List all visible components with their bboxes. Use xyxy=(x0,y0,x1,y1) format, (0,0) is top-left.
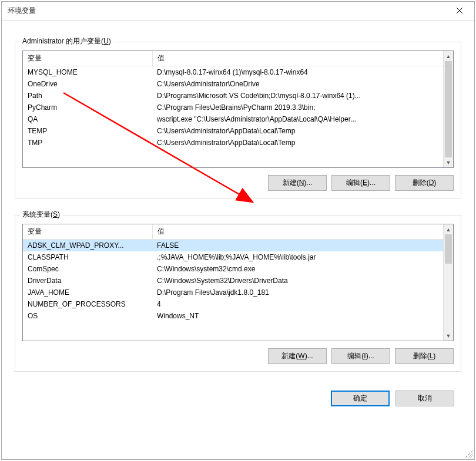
dialog-content: Administrator 的用户变量(U) 变量 值 MYSQL_HOMED:… xyxy=(2,21,474,379)
system-vars-buttons: 新建(W)... 编辑(I)... 删除(L) xyxy=(22,348,454,364)
scroll-down-icon[interactable]: ▼ xyxy=(444,331,453,341)
user-delete-button[interactable]: 删除(D) xyxy=(395,175,454,191)
table-header-row[interactable]: 变量 值 xyxy=(23,51,453,66)
user-new-button[interactable]: 新建(N)... xyxy=(268,175,327,191)
cell-variable: ADSK_CLM_WPAD_PROXY... xyxy=(23,240,152,252)
table-row[interactable]: ComSpecC:\Windows\system32\cmd.exe xyxy=(23,263,453,275)
table-row[interactable]: QAwscript.exe "C:\Users\Administrator\Ap… xyxy=(23,113,453,125)
col-header-variable[interactable]: 变量 xyxy=(23,51,152,66)
table-row[interactable]: NUMBER_OF_PROCESSORS4 xyxy=(23,298,453,310)
cell-value: C:\Users\Administrator\OneDrive xyxy=(152,78,453,90)
system-new-button[interactable]: 新建(W)... xyxy=(268,348,327,364)
cell-variable: OneDrive xyxy=(23,78,152,90)
table-header-row[interactable]: 变量 值 xyxy=(23,224,453,240)
system-edit-button[interactable]: 编辑(I)... xyxy=(331,348,390,364)
user-vars-table[interactable]: 变量 值 MYSQL_HOMED:\mysql-8.0.17-winx64 (1… xyxy=(23,51,453,149)
system-vars-table-wrap: 变量 值 ADSK_CLM_WPAD_PROXY...FALSECLASSPAT… xyxy=(22,224,454,341)
cell-variable: TEMP xyxy=(23,125,152,137)
system-delete-button[interactable]: 删除(L) xyxy=(395,348,454,364)
cell-value: Windows_NT xyxy=(152,310,453,322)
cell-value: 4 xyxy=(152,298,453,310)
cell-value: C:\Users\Administrator\AppData\Local\Tem… xyxy=(152,125,453,137)
cell-value: C:\Users\Administrator\AppData\Local\Tem… xyxy=(152,137,453,149)
cell-value: .;%JAVA_HOME%\lib;%JAVA_HOME%\lib\tools.… xyxy=(152,251,453,263)
env-vars-dialog: 环境变量 Administrator 的用户变量(U) 变量 值 xyxy=(1,1,475,460)
close-button[interactable] xyxy=(446,2,473,20)
cell-variable: PyCharm xyxy=(23,102,152,113)
cell-variable: TMP xyxy=(23,137,152,149)
cell-variable: Path xyxy=(23,90,152,102)
table-row[interactable]: JAVA_HOMED:\Program Files\Java\jdk1.8.0_… xyxy=(23,287,453,298)
scroll-up-icon[interactable]: ▲ xyxy=(444,51,453,61)
cell-variable: NUMBER_OF_PROCESSORS xyxy=(23,298,152,310)
close-icon xyxy=(456,6,463,16)
table-row[interactable]: CLASSPATH.;%JAVA_HOME%\lib;%JAVA_HOME%\l… xyxy=(23,251,453,263)
cell-value: wscript.exe "C:\Users\Administrator\AppD… xyxy=(152,113,453,125)
cell-variable: DriverData xyxy=(23,275,152,287)
cell-value: C:\Windows\System32\Drivers\DriverData xyxy=(152,275,453,287)
cell-variable: ComSpec xyxy=(23,263,152,275)
col-header-value[interactable]: 值 xyxy=(152,51,453,66)
user-vars-fieldset: Administrator 的用户变量(U) 变量 值 MYSQL_HOMED:… xyxy=(15,42,461,198)
cell-value: D:\mysql-8.0.17-winx64 (1)\mysql-8.0.17-… xyxy=(152,66,453,79)
table-row[interactable]: TMPC:\Users\Administrator\AppData\Local\… xyxy=(23,137,453,149)
user-vars-table-wrap: 变量 值 MYSQL_HOMED:\mysql-8.0.17-winx64 (1… xyxy=(22,51,454,168)
cell-variable: MYSQL_HOME xyxy=(23,66,152,79)
system-vars-fieldset: 系统变量(S) 变量 值 ADSK_CLM_WPAD_PROXY...FALSE… xyxy=(15,215,461,372)
user-vars-legend: Administrator 的用户变量(U) xyxy=(20,36,113,46)
titlebar[interactable]: 环境变量 xyxy=(2,2,474,21)
table-row[interactable]: MYSQL_HOMED:\mysql-8.0.17-winx64 (1)\mys… xyxy=(23,66,453,79)
window-title: 环境变量 xyxy=(8,6,446,16)
table-row[interactable]: TEMPC:\Users\Administrator\AppData\Local… xyxy=(23,125,453,137)
system-vars-scrollbar[interactable]: ▲ ▼ xyxy=(443,224,453,341)
table-row[interactable]: PyCharmC:\Program Files\JetBrains\PyChar… xyxy=(23,102,453,113)
cell-value: C:\Windows\system32\cmd.exe xyxy=(152,263,453,275)
col-header-value[interactable]: 值 xyxy=(152,224,453,240)
user-vars-buttons: 新建(N)... 编辑(E)... 删除(D) xyxy=(22,175,454,191)
cell-value: FALSE xyxy=(152,240,453,252)
cancel-button[interactable]: 取消 xyxy=(395,391,454,406)
dialog-footer-buttons: 确定 取消 xyxy=(2,379,474,411)
cell-value: C:\Program Files\JetBrains\PyCharm 2019.… xyxy=(152,102,453,113)
cell-variable: OS xyxy=(23,310,152,322)
scroll-up-icon[interactable]: ▲ xyxy=(444,224,453,234)
table-row[interactable]: PathD:\Programs\Microsoft VS Code\bin;D:… xyxy=(23,90,453,102)
system-vars-table[interactable]: 变量 值 ADSK_CLM_WPAD_PROXY...FALSECLASSPAT… xyxy=(23,224,453,322)
scroll-down-icon[interactable]: ▼ xyxy=(444,157,453,167)
col-header-variable[interactable]: 变量 xyxy=(23,224,152,240)
system-vars-legend: 系统变量(S) xyxy=(20,210,62,220)
cell-variable: JAVA_HOME xyxy=(23,287,152,298)
table-row[interactable]: OSWindows_NT xyxy=(23,310,453,322)
table-row[interactable]: DriverDataC:\Windows\System32\Drivers\Dr… xyxy=(23,275,453,287)
table-row[interactable]: OneDriveC:\Users\Administrator\OneDrive xyxy=(23,78,453,90)
resize-grip[interactable] xyxy=(465,450,473,458)
cell-value: D:\Program Files\Java\jdk1.8.0_181 xyxy=(152,287,453,298)
scroll-thumb[interactable] xyxy=(445,61,452,157)
cell-value: D:\Programs\Microsoft VS Code\bin;D:\mys… xyxy=(152,90,453,102)
cell-variable: CLASSPATH xyxy=(23,251,152,263)
cell-variable: QA xyxy=(23,113,152,125)
scroll-thumb[interactable] xyxy=(445,234,452,264)
user-vars-scrollbar[interactable]: ▲ ▼ xyxy=(443,51,453,167)
ok-button[interactable]: 确定 xyxy=(331,391,390,406)
user-edit-button[interactable]: 编辑(E)... xyxy=(331,175,390,191)
table-row[interactable]: ADSK_CLM_WPAD_PROXY...FALSE xyxy=(23,240,453,252)
